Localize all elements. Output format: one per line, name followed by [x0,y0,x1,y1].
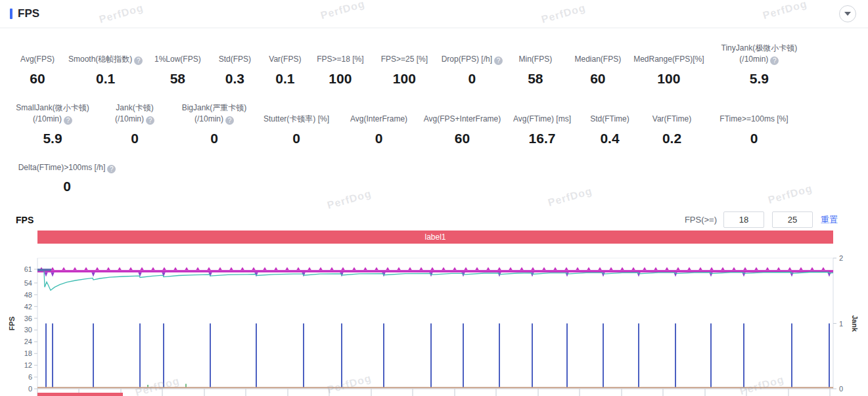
svg-text:0: 0 [839,385,843,393]
stat-cell: Stutter(卡顿率) [%]0 [255,114,338,144]
y-axis-right-title: Jank [851,315,859,332]
stat-value: 58 [528,72,543,85]
stat-label: Avg(InterFrame) [350,114,407,125]
stat-cell: SmallJank(微小卡顿)(/10min)?5.9 [9,102,96,145]
fps-threshold-high-input[interactable] [772,211,813,228]
stat-value: 16.7 [529,131,556,145]
fps-jank-chart[interactable]: 06121824303642485461012FPSJank [0,253,868,396]
stat-label: Median(FPS) [575,54,622,65]
stat-label: Avg(FPS+InterFrame) [424,114,501,125]
help-icon[interactable]: ? [64,116,72,125]
stat-cell: FPS>=25 [%]100 [370,54,438,85]
stat-cell: Var(FTime)0.2 [640,114,704,144]
stat-cell: Delta(FTime)>100ms [/h]?0 [9,162,125,193]
svg-text:61: 61 [24,265,32,273]
svg-text:54: 54 [24,279,32,287]
svg-text:36: 36 [24,315,32,322]
stats-panel: Avg(FPS)60Smooth(稳帧指数)?0.11%Low(FPS)58St… [0,28,868,193]
chevron-down-icon [844,12,851,16]
help-icon[interactable]: ? [770,56,779,65]
svg-text:30: 30 [24,326,32,334]
next-chart-label-bar-partial [37,393,123,396]
help-icon[interactable]: ? [134,56,143,65]
stat-value: 5.9 [750,72,769,85]
svg-text:24: 24 [24,338,32,345]
stat-cell: Avg(InterFrame)0 [338,114,420,144]
stat-label: MedRange(FPS)[%] [633,54,704,65]
stat-label: Smooth(稳帧指数)? [68,54,143,65]
stat-cell: Median(FPS)60 [565,54,630,85]
fps-threshold-label: FPS(>=) [685,215,717,225]
chart-canvas[interactable]: 06121824303642485461012FPSJank [0,253,868,396]
stat-value: 100 [329,72,352,85]
stat-label: Avg(FTime) [ms] [513,114,571,125]
stat-cell: MedRange(FPS)[%]100 [630,54,707,85]
stat-value: 0.4 [600,131,619,145]
svg-text:2: 2 [839,254,843,262]
help-icon[interactable]: ? [107,165,116,173]
stat-label: FPS>=25 [%] [381,54,428,65]
stat-cell: FPS>=18 [%]100 [310,54,370,85]
fps-threshold-low-input[interactable] [723,211,764,228]
y-axis-left-title: FPS [8,317,16,330]
accent-bar [10,9,12,19]
stat-label: Std(FTime) [590,114,629,125]
stat-value: 0 [292,131,300,145]
stat-value: 60 [30,72,45,85]
stat-label: SmallJank(微小卡顿)(/10min)? [16,102,89,125]
stat-label: Avg(FPS) [20,54,55,65]
help-icon[interactable]: ? [225,116,234,125]
stat-cell: Drop(FPS) [/h]?0 [438,54,505,85]
svg-text:6: 6 [28,373,32,381]
label-bar-text: label1 [424,232,445,242]
perfdog-report-page: PerfDogPerfDogPerfDogPerfDogPerfDogPerfD… [0,0,868,396]
stat-label: FTime>=100ms [%] [720,114,788,125]
stat-value: 0.3 [225,72,244,85]
stat-value: 60 [455,131,470,145]
stat-cell: Jank(卡顿)(/10min)?0 [96,102,173,145]
stat-cell: Avg(FPS)60 [9,54,66,85]
stat-label: Std(FPS) [219,54,251,65]
stat-value: 5.9 [43,131,62,145]
stat-cell: Std(FPS)0.3 [210,54,260,85]
stat-label: TinyJank(极微小卡顿)(/10min)? [721,43,798,66]
stat-label: Min(FPS) [519,54,553,65]
svg-text:18: 18 [24,349,32,357]
stat-row-1: Avg(FPS)60Smooth(稳帧指数)?0.11%Low(FPS)58St… [9,43,868,85]
fps-line-series [37,271,833,290]
stat-value: 0 [468,72,476,85]
section-header: FPS [0,0,868,28]
stat-value: 0 [375,131,383,145]
stat-cell: TinyJank(极微小卡顿)(/10min)?5.9 [707,43,811,85]
svg-text:42: 42 [24,303,32,311]
stat-row-2: SmallJank(微小卡顿)(/10min)?5.9Jank(卡顿)(/10m… [9,102,868,145]
stat-cell: Min(FPS)58 [505,54,565,85]
stat-value: 0.2 [662,131,681,145]
chart-header: FPS FPS(>=) 重置 [0,211,868,228]
reset-link[interactable]: 重置 [821,214,838,226]
help-icon[interactable]: ? [146,116,154,125]
stat-row-3: Delta(FTime)>100ms [/h]?0 [9,162,868,193]
chart-axes: 06121824303642485461012FPSJank [8,254,859,396]
stat-label: Stutter(卡顿率) [%] [263,114,329,125]
fps-threshold-controls: FPS(>=) 重置 [685,211,838,228]
chart-label-bar: label1 [37,231,833,244]
stat-cell: FTime>=100ms [%]0 [704,114,804,144]
collapse-section-button[interactable] [839,5,856,22]
help-icon[interactable]: ? [494,56,503,65]
stat-label: 1%Low(FPS) [154,54,201,65]
stat-label: Delta(FTime)>100ms [/h]? [18,162,116,173]
svg-text:48: 48 [24,291,32,299]
page-title: FPS [18,7,39,20]
svg-text:12: 12 [24,361,32,369]
stat-value: 0.1 [275,72,294,85]
stat-value: 100 [657,72,680,85]
stat-value: 60 [590,72,605,85]
stat-value: 0 [63,179,71,193]
stat-cell: Smooth(稳帧指数)?0.1 [66,54,145,85]
stat-cell: Avg(FTime) [ms]16.7 [505,114,580,144]
svg-text:1: 1 [839,320,843,328]
svg-text:0: 0 [28,385,32,393]
stat-cell: 1%Low(FPS)58 [145,54,210,85]
chart-section-title: FPS [16,215,34,225]
